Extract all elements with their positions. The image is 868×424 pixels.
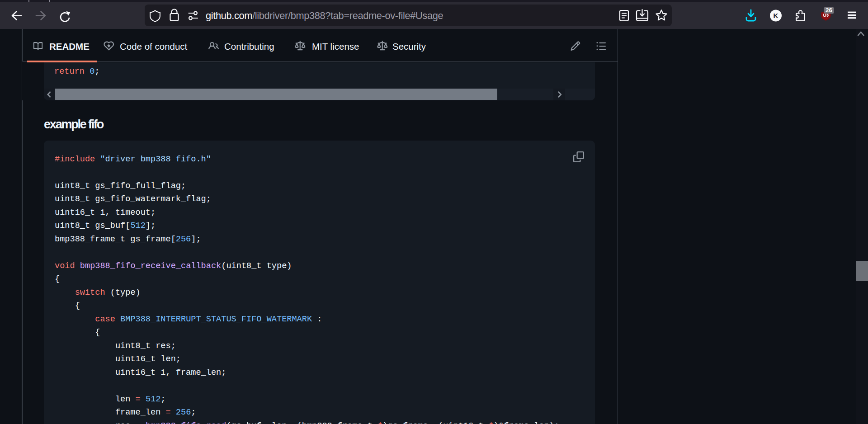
svg-text:26: 26 bbox=[826, 7, 833, 14]
svg-text:K: K bbox=[774, 12, 778, 19]
